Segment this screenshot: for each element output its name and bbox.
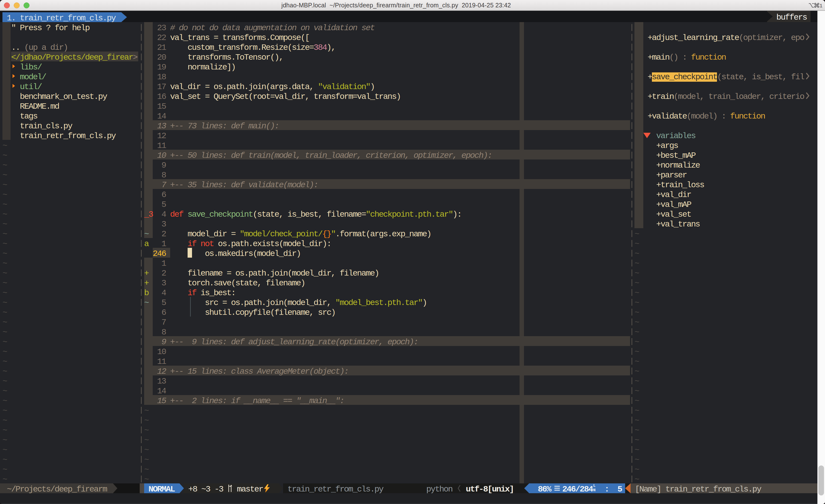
svg-text:1: 1 (820, 3, 822, 8)
